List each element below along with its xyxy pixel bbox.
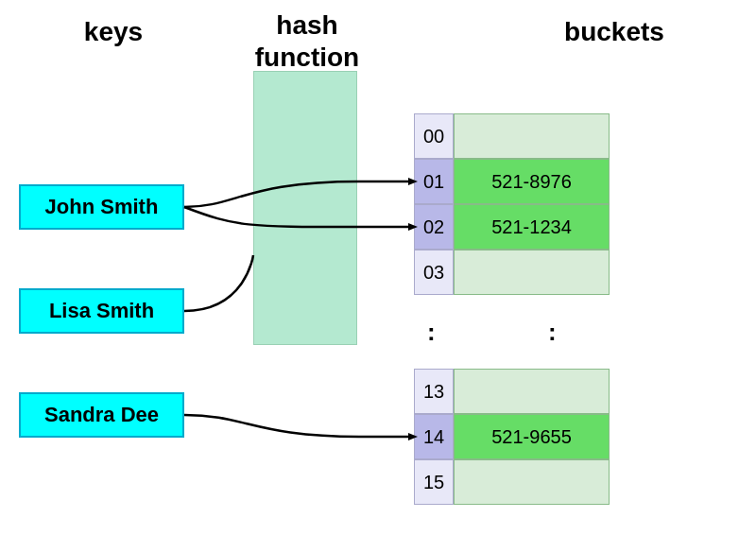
bucket-row-15: 15 — [414, 459, 610, 505]
hash-header-line1: hash — [276, 10, 337, 40]
bucket-cell-02: 521-1234 — [454, 204, 610, 250]
bucket-num-15: 15 — [414, 459, 454, 505]
hash-header: hash function — [227, 9, 387, 73]
bucket-row-13: 13 — [414, 369, 610, 414]
bucket-num-03: 03 — [414, 250, 454, 295]
bucket-cell-03 — [454, 250, 610, 295]
bucket-cell-15 — [454, 459, 610, 505]
bucket-row-00: 00 — [414, 113, 610, 159]
bucket-row-01: 01 521-8976 — [414, 159, 610, 204]
bucket-row-02: 02 521-1234 — [414, 204, 610, 250]
arrows-svg — [0, 0, 756, 535]
bucket-cell-14: 521-9655 — [454, 414, 610, 459]
hash-table-diagram: keys hash function buckets John Smith Li… — [0, 0, 756, 535]
dots-num: : — [427, 318, 436, 347]
bucket-row-03: 03 — [414, 250, 610, 295]
bucket-cell-00 — [454, 113, 610, 159]
keys-header: keys — [19, 17, 208, 47]
bucket-cell-13 — [454, 369, 610, 414]
bucket-cell-01: 521-8976 — [454, 159, 610, 204]
buckets-header: buckets — [520, 17, 709, 47]
key-john-smith: John Smith — [19, 184, 184, 230]
bucket-num-00: 00 — [414, 113, 454, 159]
bucket-num-14: 14 — [414, 414, 454, 459]
dots-bucket: : — [548, 318, 557, 347]
bucket-num-13: 13 — [414, 369, 454, 414]
key-lisa-smith: Lisa Smith — [19, 288, 184, 334]
bucket-num-02: 02 — [414, 204, 454, 250]
hash-header-line2: function — [255, 43, 359, 72]
key-sandra-dee: Sandra Dee — [19, 392, 184, 438]
bucket-num-01: 01 — [414, 159, 454, 204]
hash-function-column — [253, 71, 357, 345]
bucket-row-14: 14 521-9655 — [414, 414, 610, 459]
